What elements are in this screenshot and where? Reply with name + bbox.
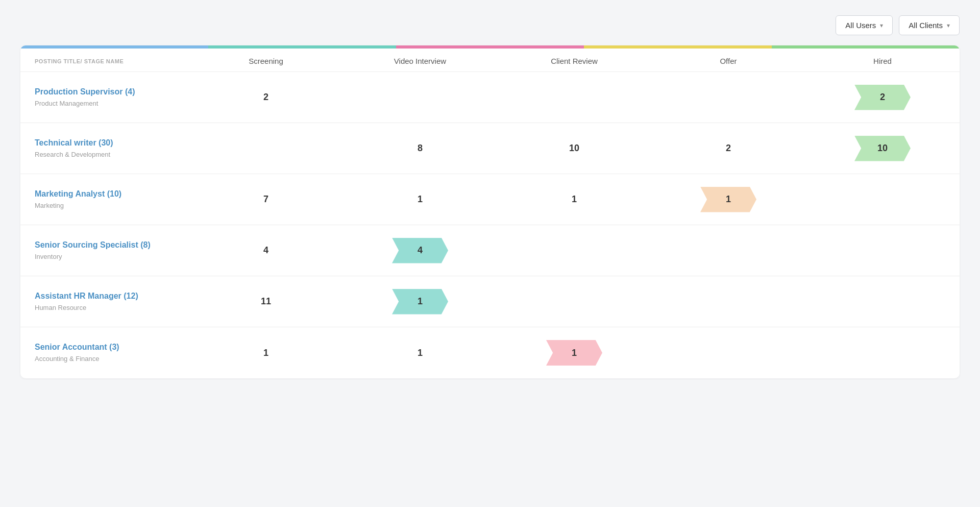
job-dept-4: Human Resource [35, 304, 86, 311]
hired-badge-1: 10 [854, 136, 911, 161]
col-hired-header: Hired [805, 57, 960, 65]
color-bar-segment [396, 45, 584, 49]
client-cell-4 [497, 297, 651, 307]
chevron-down-icon: ▾ [880, 22, 883, 29]
video-cell-1: 8 [343, 138, 497, 159]
job-dept-2: Marketing [35, 202, 64, 209]
offer-cell-4 [651, 297, 805, 307]
screening-cell-5: 1 [189, 343, 343, 364]
hired-cell-1: 10 [805, 131, 960, 166]
hired-cell-2 [805, 195, 960, 205]
all-users-dropdown[interactable]: All Users ▾ [836, 15, 893, 35]
screening-cell-1 [189, 143, 343, 154]
screening-cell-4: 11 [189, 291, 343, 312]
screening-cell-0: 2 [189, 87, 343, 108]
col-client-review-header: Client Review [497, 57, 651, 65]
table-body: Production Supervisor (4)Product Managem… [20, 72, 960, 378]
hired-cell-0: 2 [805, 80, 960, 115]
main-table: POSTING TITLE/ STAGE NAME Screening Vide… [20, 45, 960, 378]
client-cell-3 [497, 246, 651, 256]
hired-cell-3 [805, 246, 960, 256]
col-video-interview-header: Video Interview [343, 57, 497, 65]
table-row: Assistant HR Manager (12)Human Resource1… [20, 276, 960, 327]
job-info-1: Technical writer (30)Research & Developm… [20, 127, 189, 170]
hired-badge-0: 2 [854, 85, 911, 110]
table-row: Marketing Analyst (10)Marketing7111 [20, 174, 960, 225]
all-users-label: All Users [845, 21, 876, 30]
chevron-down-icon-2: ▾ [947, 22, 950, 29]
job-dept-1: Research & Development [35, 151, 110, 158]
color-bar-segment [772, 45, 960, 49]
all-clients-dropdown[interactable]: All Clients ▾ [899, 15, 960, 35]
offer-cell-0 [651, 92, 805, 103]
page-container: All Users ▾ All Clients ▾ POSTING TITLE/… [0, 0, 980, 394]
offer-cell-2: 1 [651, 182, 805, 218]
offer-cell-3 [651, 246, 805, 256]
video-cell-0 [343, 92, 497, 103]
video-cell-2: 1 [343, 189, 497, 210]
color-bar-segment [20, 45, 208, 49]
job-info-4: Assistant HR Manager (12)Human Resource [20, 280, 189, 323]
job-title-2[interactable]: Marketing Analyst (10) [35, 189, 179, 199]
job-info-5: Senior Accountant (3)Accounting & Financ… [20, 331, 189, 374]
job-info-2: Marketing Analyst (10)Marketing [20, 178, 189, 221]
video-cell-3: 4 [343, 233, 497, 269]
job-dept-5: Accounting & Finance [35, 355, 99, 363]
client-cell-1: 10 [497, 138, 651, 159]
color-bar [20, 45, 960, 49]
job-title-0[interactable]: Production Supervisor (4) [35, 87, 179, 96]
color-bar-segment [208, 45, 396, 49]
client-cell-2: 1 [497, 189, 651, 210]
client-cell-0 [497, 92, 651, 103]
offer-cell-1: 2 [651, 138, 805, 159]
video-cell-5: 1 [343, 343, 497, 364]
color-bar-segment [584, 45, 772, 49]
hired-cell-4 [805, 297, 960, 307]
col-posting-title-header: POSTING TITLE/ STAGE NAME [20, 57, 189, 65]
offer-cell-5 [651, 348, 805, 358]
job-title-1[interactable]: Technical writer (30) [35, 138, 179, 148]
video-badge-3: 4 [392, 238, 448, 263]
job-dept-0: Product Management [35, 100, 98, 107]
client-badge-5: 1 [546, 340, 602, 366]
hired-cell-5 [805, 348, 960, 358]
table-row: Production Supervisor (4)Product Managem… [20, 72, 960, 123]
table-row: Technical writer (30)Research & Developm… [20, 123, 960, 174]
col-screening-header: Screening [189, 57, 343, 65]
all-clients-label: All Clients [909, 21, 943, 30]
job-info-0: Production Supervisor (4)Product Managem… [20, 76, 189, 119]
job-info-3: Senior Sourcing Specialist (8)Inventory [20, 229, 189, 272]
table-row: Senior Accountant (3)Accounting & Financ… [20, 327, 960, 378]
screening-cell-3: 4 [189, 240, 343, 261]
col-offer-header: Offer [651, 57, 805, 65]
job-title-5[interactable]: Senior Accountant (3) [35, 343, 179, 352]
video-cell-4: 1 [343, 284, 497, 320]
job-title-3[interactable]: Senior Sourcing Specialist (8) [35, 240, 179, 250]
offer-badge-2: 1 [700, 187, 756, 212]
table-row: Senior Sourcing Specialist (8)Inventory4… [20, 225, 960, 276]
toolbar: All Users ▾ All Clients ▾ [20, 15, 960, 35]
job-title-4[interactable]: Assistant HR Manager (12) [35, 292, 179, 301]
screening-cell-2: 7 [189, 189, 343, 210]
job-dept-3: Inventory [35, 253, 62, 260]
client-cell-5: 1 [497, 335, 651, 371]
table-header: POSTING TITLE/ STAGE NAME Screening Vide… [20, 49, 960, 72]
video-badge-4: 1 [392, 289, 448, 315]
